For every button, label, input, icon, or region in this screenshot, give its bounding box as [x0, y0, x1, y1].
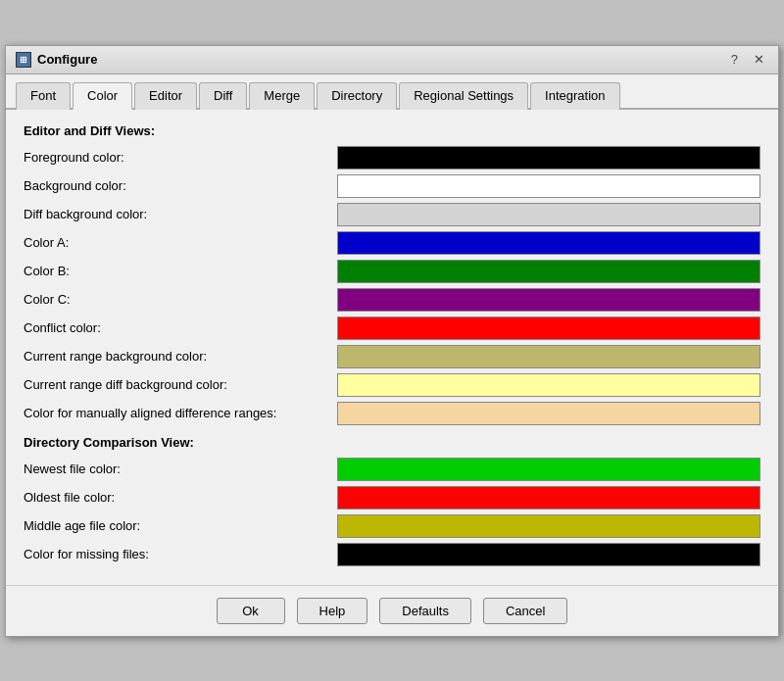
- swatch-color-b[interactable]: [337, 260, 760, 283]
- row-missing-files: Color for missing files:: [24, 543, 760, 566]
- tab-regional-settings[interactable]: Regional Settings: [399, 82, 528, 110]
- label-conflict: Conflict color:: [24, 320, 337, 335]
- cancel-button[interactable]: Cancel: [483, 598, 567, 624]
- tab-directory[interactable]: Directory: [317, 82, 397, 110]
- swatch-diff-background[interactable]: [337, 203, 760, 226]
- row-background: Background color:: [24, 174, 760, 198]
- help-button[interactable]: Help: [297, 598, 368, 624]
- row-oldest-file: Oldest file color:: [24, 486, 760, 510]
- label-color-c: Color C:: [24, 292, 337, 307]
- close-window-btn[interactable]: ✕: [750, 52, 768, 67]
- tab-merge[interactable]: Merge: [249, 82, 315, 110]
- label-background: Background color:: [24, 178, 337, 193]
- tab-font[interactable]: Font: [16, 82, 71, 110]
- row-color-b: Color B:: [24, 260, 760, 283]
- row-diff-background: Diff background color:: [24, 203, 760, 226]
- label-newest-file: Newest file color:: [24, 462, 337, 476]
- footer: Ok Help Defaults Cancel: [6, 585, 778, 636]
- row-manually-aligned: Color for manually aligned difference ra…: [24, 402, 760, 425]
- row-conflict: Conflict color:: [24, 316, 760, 340]
- swatch-color-a[interactable]: [337, 231, 760, 255]
- label-foreground: Foreground color:: [24, 150, 337, 165]
- defaults-button[interactable]: Defaults: [379, 598, 471, 624]
- row-newest-file: Newest file color:: [24, 458, 760, 481]
- title-bar-left: ⊞ Configure: [16, 52, 97, 68]
- app-icon: ⊞: [16, 52, 31, 68]
- tab-bar: Font Color Editor Diff Merge Directory R…: [6, 74, 778, 110]
- label-diff-background: Diff background color:: [24, 207, 337, 221]
- row-color-c: Color C:: [24, 288, 760, 312]
- label-color-b: Color B:: [24, 264, 337, 278]
- window-title: Configure: [37, 52, 97, 67]
- swatch-conflict[interactable]: [337, 316, 760, 340]
- swatch-middle-age-file[interactable]: [337, 514, 760, 538]
- swatch-missing-files[interactable]: [337, 543, 760, 566]
- row-current-range-diff-bg: Current range diff background color:: [24, 373, 760, 397]
- tab-integration[interactable]: Integration: [530, 82, 619, 110]
- row-middle-age-file: Middle age file color:: [24, 514, 760, 538]
- swatch-oldest-file[interactable]: [337, 486, 760, 510]
- label-current-range-bg: Current range background color:: [24, 349, 337, 364]
- title-bar: ⊞ Configure ? ✕: [6, 46, 778, 74]
- content-area: Editor and Diff Views: Foreground color:…: [6, 110, 778, 585]
- tab-color[interactable]: Color: [73, 82, 132, 110]
- row-color-a: Color A:: [24, 231, 760, 255]
- swatch-newest-file[interactable]: [337, 458, 760, 481]
- section-editor-diff-title: Editor and Diff Views:: [24, 123, 760, 138]
- row-current-range-bg: Current range background color:: [24, 345, 760, 368]
- label-missing-files: Color for missing files:: [24, 547, 337, 561]
- configure-window: ⊞ Configure ? ✕ Font Color Editor Diff M…: [5, 45, 779, 637]
- help-window-btn[interactable]: ?: [727, 52, 742, 67]
- swatch-background[interactable]: [337, 174, 760, 198]
- section-directory-title: Directory Comparison View:: [24, 435, 760, 450]
- ok-button[interactable]: Ok: [217, 598, 285, 624]
- swatch-manually-aligned[interactable]: [337, 402, 760, 425]
- label-manually-aligned: Color for manually aligned difference ra…: [24, 406, 337, 420]
- label-oldest-file: Oldest file color:: [24, 490, 337, 505]
- tab-editor[interactable]: Editor: [134, 82, 197, 110]
- label-middle-age-file: Middle age file color:: [24, 518, 337, 533]
- label-current-range-diff-bg: Current range diff background color:: [24, 377, 337, 392]
- swatch-current-range-diff-bg[interactable]: [337, 373, 760, 397]
- tab-diff[interactable]: Diff: [199, 82, 247, 110]
- swatch-color-c[interactable]: [337, 288, 760, 312]
- swatch-current-range-bg[interactable]: [337, 345, 760, 368]
- label-color-a: Color A:: [24, 235, 337, 250]
- swatch-foreground[interactable]: [337, 146, 760, 170]
- title-bar-controls: ? ✕: [727, 52, 768, 67]
- row-foreground: Foreground color:: [24, 146, 760, 170]
